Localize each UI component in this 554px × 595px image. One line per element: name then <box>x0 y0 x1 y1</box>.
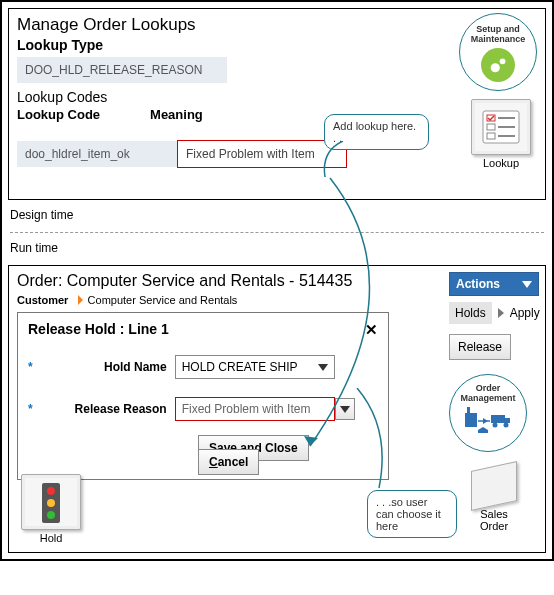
actions-label: Actions <box>456 277 500 291</box>
required-icon: * <box>28 402 33 416</box>
order-panel: Order: Computer Service and Rentals - 51… <box>8 265 546 553</box>
dialog-title: Release Hold : Line 1 <box>28 321 378 337</box>
callout-add-lookup: Add lookup here. . . <box>324 114 429 150</box>
svg-marker-15 <box>483 418 488 424</box>
customer-value: Computer Service and Rentals <box>88 294 238 306</box>
lookup-tile[interactable]: Lookup <box>465 99 537 169</box>
hold-name-select[interactable]: HOLD CREATE SHIP <box>175 355 335 379</box>
lookup-row: doo_hldrel_item_ok Fixed Problem with It… <box>17 140 537 168</box>
traffic-light-icon <box>21 474 81 530</box>
lookup-code-cell[interactable]: doo_hldrel_item_ok <box>17 141 177 167</box>
callout-choose-here: . . .so user can choose it here <box>367 490 457 538</box>
dashed-divider <box>10 232 544 233</box>
hold-tile-label: Hold <box>15 532 87 544</box>
svg-rect-12 <box>505 418 510 423</box>
hold-name-value: HOLD CREATE SHIP <box>182 360 298 374</box>
holds-apply-row: Holds Apply <box>449 302 539 324</box>
lookup-type-value[interactable]: DOO_HLD_RELEASE_REASON <box>17 57 227 83</box>
customer-label: Customer <box>17 294 68 306</box>
right-column: Actions Holds Apply Release Order Manage… <box>449 272 539 532</box>
design-time-label: Design time <box>10 208 544 222</box>
hold-name-label: Hold Name <box>37 360 167 374</box>
checklist-icon <box>471 99 531 155</box>
chevron-right-icon <box>498 308 504 318</box>
om-label-1: Order <box>450 383 526 393</box>
apply-label[interactable]: Apply <box>510 306 540 320</box>
design-run-divider: Design time Run time <box>2 206 552 259</box>
required-icon: * <box>28 360 33 374</box>
chevron-down-icon <box>340 406 350 413</box>
svg-point-1 <box>500 58 506 64</box>
svg-rect-4 <box>487 124 495 130</box>
release-button[interactable]: Release <box>449 334 511 360</box>
page-title: Manage Order Lookups <box>17 15 537 35</box>
svg-marker-16 <box>478 427 488 433</box>
release-reason-label: Release Reason <box>37 402 167 416</box>
gears-icon <box>481 48 515 82</box>
lookup-codes-header: Lookup Codes <box>17 89 537 105</box>
factory-truck-icon <box>461 403 515 433</box>
setup-label-1: Setup and <box>460 24 536 34</box>
svg-point-0 <box>491 63 500 72</box>
release-reason-dropdown-button[interactable] <box>335 398 355 420</box>
cancel-button[interactable]: Cancel <box>198 449 259 475</box>
sales-order-tile[interactable]: Sales Order <box>464 466 524 532</box>
lookup-columns: Lookup Code Meaning <box>17 107 537 122</box>
release-reason-row: * Release Reason Fixed Problem with Item <box>28 397 378 421</box>
hold-tile[interactable]: Hold <box>15 474 87 544</box>
svg-rect-11 <box>491 415 505 423</box>
close-icon[interactable]: ✕ <box>365 321 378 339</box>
actions-menu-button[interactable]: Actions <box>449 272 539 296</box>
lookup-meaning-cell[interactable]: Fixed Problem with Item <box>177 140 347 168</box>
svg-rect-10 <box>467 407 470 413</box>
document-icon <box>471 461 517 511</box>
svg-point-13 <box>493 423 498 428</box>
flag-icon <box>78 295 83 305</box>
chevron-down-icon <box>318 364 328 371</box>
run-time-label: Run time <box>10 241 544 255</box>
holds-label[interactable]: Holds <box>449 302 492 324</box>
dialog-buttons: Save and Close Cancel <box>198 441 378 469</box>
om-label-2: Management <box>450 393 526 403</box>
release-reason-value: Fixed Problem with Item <box>182 402 311 416</box>
setup-label-2: Maintenance <box>460 34 536 44</box>
svg-rect-5 <box>487 133 495 139</box>
order-management-badge: Order Management <box>449 374 527 452</box>
setup-maintenance-badge: Setup and Maintenance <box>459 13 537 91</box>
svg-point-14 <box>504 423 509 428</box>
col-lookup-code: Lookup Code <box>17 107 100 122</box>
diagram-container: Manage Order Lookups Lookup Type DOO_HLD… <box>0 0 554 561</box>
hold-name-row: * Hold Name HOLD CREATE SHIP <box>28 355 378 379</box>
manage-lookups-panel: Manage Order Lookups Lookup Type DOO_HLD… <box>8 8 546 200</box>
col-meaning: Meaning <box>150 107 203 122</box>
chevron-down-icon <box>522 281 532 288</box>
release-hold-dialog: Release Hold : Line 1 ✕ * Hold Name HOLD… <box>17 312 389 480</box>
so-label-2: Order <box>464 520 524 532</box>
svg-rect-9 <box>465 413 477 427</box>
lookup-tile-label: Lookup <box>465 157 537 169</box>
release-reason-select[interactable]: Fixed Problem with Item <box>175 397 335 421</box>
